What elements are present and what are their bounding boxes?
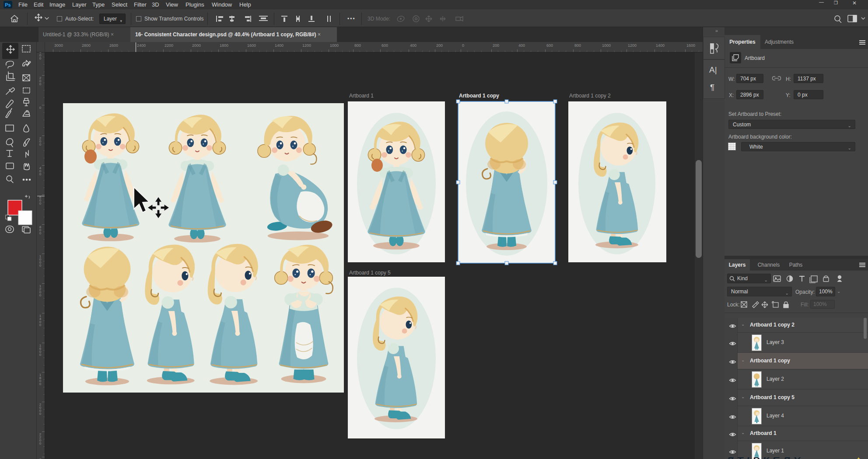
svg-text:Artboard 1: Artboard 1 xyxy=(349,93,374,99)
svg-text:Artboard 1 copy 2: Artboard 1 copy 2 xyxy=(569,93,611,99)
svg-text:Artboard 1 copy: Artboard 1 copy xyxy=(459,93,499,99)
svg-text:Artboard 1 copy 5: Artboard 1 copy 5 xyxy=(349,270,391,276)
